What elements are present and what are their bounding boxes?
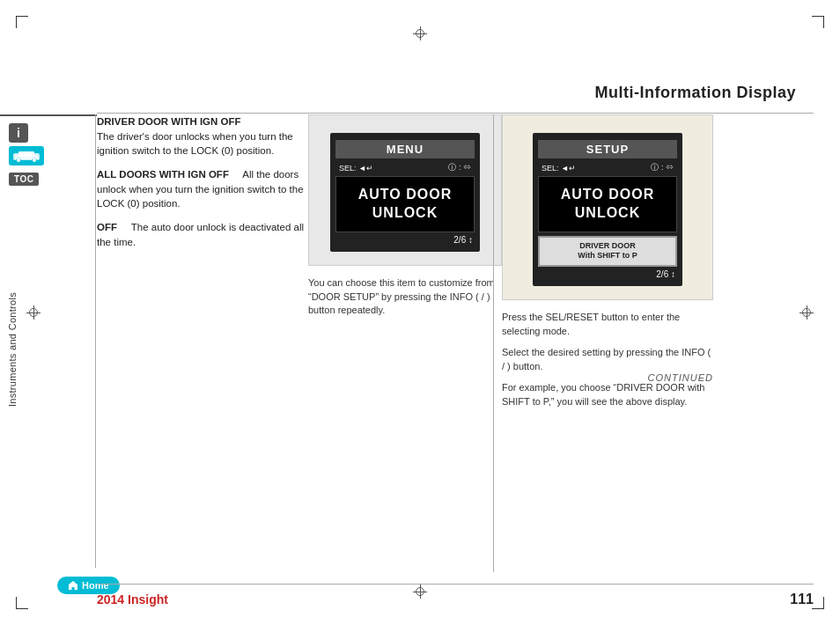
setup-display-box: SETUP SEL: ◄↵ ⓘ : ⇔ AUTO DOOR UNLOCK DRI… — [502, 114, 713, 300]
toc-button[interactable]: TOC — [9, 173, 39, 186]
setup-header: SETUP — [538, 140, 677, 158]
setup-info-label: ⓘ : ⇔ — [651, 162, 674, 173]
all-doors-term: ALL DOORS WITH IGN OFF — [97, 169, 229, 180]
crosshair-top — [413, 26, 427, 40]
corner-mark-bl — [16, 592, 33, 609]
sidebar: i TOC Instruments and Controls — [0, 114, 97, 555]
page-title: Multi-Information Display — [595, 84, 797, 102]
right-section: SETUP SEL: ◄↵ ⓘ : ⇔ AUTO DOOR UNLOCK DRI… — [502, 114, 713, 409]
sub-box-line2: With SHIFT to P — [545, 251, 670, 261]
sidebar-vertical-text-container: Instruments and Controls — [7, 292, 25, 468]
setup-sel-row: SEL: ◄↵ ⓘ : ⇔ — [538, 162, 677, 173]
driver-door-term: DRIVER DOOR WITH IGN OFF — [97, 116, 241, 127]
title-divider — [97, 113, 814, 114]
setup-footer: 2/6 ↕ — [538, 267, 677, 279]
menu-line2: UNLOCK — [341, 204, 469, 223]
info-icon: i — [9, 123, 28, 143]
car-icon — [9, 146, 44, 165]
menu-info-label: ⓘ : ⇔ — [448, 162, 471, 173]
menu-line1: AUTO DOOR — [341, 186, 469, 204]
sidebar-divider — [95, 114, 96, 568]
menu-sel-row: SEL: ◄↵ ⓘ : ⇔ — [335, 162, 475, 173]
setup-sub-box: DRIVER DOOR With SHIFT to P — [538, 236, 677, 267]
corner-mark-tr — [807, 16, 824, 33]
paragraph-all-doors: ALL DOORS WITH IGN OFF All the doors unl… — [97, 167, 308, 211]
sidebar-vertical-text: Instruments and Controls — [7, 292, 18, 407]
setup-main-text: AUTO DOOR UNLOCK — [538, 176, 677, 232]
menu-display-box: MENU SEL: ◄↵ ⓘ : ⇔ AUTO DOOR UNLOCK 2/6 … — [308, 114, 502, 266]
sub-box-line1: DRIVER DOOR — [545, 241, 670, 252]
footer: 2014 Insight 111 — [97, 584, 814, 607]
continued-text: CONTINUED — [648, 372, 713, 383]
middle-caption: You can choose this item to customize fr… — [308, 276, 502, 319]
left-section: DRIVER DOOR WITH IGN OFF The driver's do… — [97, 114, 308, 258]
menu-main-text: AUTO DOOR UNLOCK — [335, 176, 475, 232]
right-caption-2: Select the desired setting by pressing t… — [502, 346, 713, 374]
off-text: The auto door unlock is deactivated all … — [97, 222, 304, 247]
sidebar-icons: i TOC — [0, 116, 97, 186]
main-content: DRIVER DOOR WITH IGN OFF The driver's do… — [97, 114, 814, 572]
corner-mark-tl — [16, 16, 33, 33]
mid-right-divider — [493, 114, 494, 572]
svg-rect-4 — [15, 155, 38, 159]
menu-sel-label: SEL: ◄↵ — [339, 164, 373, 173]
setup-line1: AUTO DOOR — [543, 186, 672, 204]
setup-sel-label: SEL: ◄↵ — [542, 164, 576, 173]
middle-section: MENU SEL: ◄↵ ⓘ : ⇔ AUTO DOOR UNLOCK 2/6 … — [308, 114, 502, 318]
paragraph-off: OFF The auto door unlock is deactivated … — [97, 220, 308, 249]
menu-footer: 2/6 ↕ — [335, 232, 475, 245]
menu-screen: MENU SEL: ◄↵ ⓘ : ⇔ AUTO DOOR UNLOCK 2/6 … — [330, 133, 480, 252]
footer-year: 2014 Insight — [97, 592, 168, 607]
driver-door-text: The driver's door unlocks when you turn … — [97, 131, 293, 157]
menu-header: MENU — [335, 140, 475, 158]
setup-screen: SETUP SEL: ◄↵ ⓘ : ⇔ AUTO DOOR UNLOCK DRI… — [533, 133, 682, 286]
footer-page-number: 111 — [790, 592, 814, 607]
paragraph-driver-door: DRIVER DOOR WITH IGN OFF The driver's do… — [97, 114, 308, 158]
right-caption: Press the SEL/RESET button to enter the … — [502, 311, 713, 409]
right-caption-3: For example, you choose “DRIVER DOOR wit… — [502, 381, 713, 409]
setup-line2: UNLOCK — [543, 204, 672, 223]
off-term: OFF — [97, 222, 117, 232]
right-caption-1: Press the SEL/RESET button to enter the … — [502, 311, 713, 339]
